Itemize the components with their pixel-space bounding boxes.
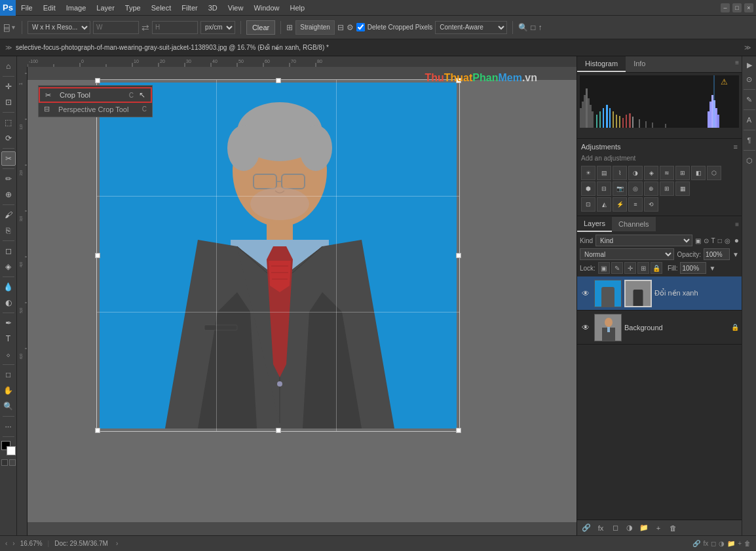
fx-icon-bottom[interactable]: fx [703,540,708,547]
move-tool[interactable]: ✛ [1,79,16,94]
menu-window[interactable]: Window [248,2,284,14]
layers-menu-icon[interactable]: ≡ [732,218,742,231]
pen-tool[interactable]: ✒ [1,316,16,330]
delete-cropped-checkbox[interactable] [356,23,365,31]
crop-handle-mr[interactable] [456,253,461,258]
filter-type-icon[interactable]: T [711,237,715,244]
hsl-adj-icon[interactable]: ≋ [660,166,674,180]
screen-mode-small-icon[interactable] [9,459,16,466]
width-input[interactable] [93,21,139,34]
type-tool[interactable]: T [1,332,16,346]
more-tools[interactable]: ··· [1,419,16,434]
replace-adj-icon[interactable]: ⟲ [644,197,658,212]
kind-select[interactable]: Kind [595,235,692,246]
histogram-tab[interactable]: Histogram [577,56,626,72]
swap-icon[interactable]: ⇄ [142,22,149,33]
lock-position-icon[interactable]: ✛ [624,262,636,274]
crop-handle-bc[interactable] [276,428,281,433]
channels-tab[interactable]: Channels [612,217,655,231]
close-btn[interactable]: × [744,3,753,12]
channelmix-adj-icon[interactable]: ⬢ [581,181,595,196]
menu-select[interactable]: Select [146,2,177,14]
menu-edit[interactable]: Edit [38,2,61,14]
add-mask-btn[interactable]: ◻ [609,522,622,534]
clear-button[interactable]: Clear [246,20,275,35]
settings-icon[interactable]: ⚙ [347,23,354,32]
trash-icon-bottom[interactable]: 🗑 [744,540,751,547]
height-input[interactable] [152,21,198,34]
layer-eye-2[interactable]: 👁 [580,322,592,333]
exposure-adj-icon[interactable]: ◑ [628,166,643,180]
colorbalance-adj-icon[interactable]: ⊞ [675,166,690,180]
menu-3d[interactable]: 3D [203,2,223,14]
marquee-tool[interactable]: ⬚ [1,115,16,130]
content-aware-select[interactable]: Content-Aware [435,21,507,34]
paragraph-icon[interactable]: ¶ [744,134,755,146]
add-style-btn[interactable]: fx [594,522,607,534]
histogram-menu-icon[interactable]: ≡ [732,56,742,72]
bw-adj-icon[interactable]: ◧ [691,166,706,180]
vibrance-adj-icon[interactable]: ◈ [644,166,658,180]
gradient-tool[interactable]: ◈ [1,259,16,274]
filter-pixel-icon[interactable]: ▣ [695,237,701,244]
gradient-adj-icon[interactable]: ▦ [675,181,690,196]
menu-filter[interactable]: Filter [176,2,202,14]
lock-all-icon[interactable]: 🔒 [651,262,662,274]
info-tab[interactable]: Info [626,56,653,72]
left-expand-icon[interactable]: ≫ [5,44,12,51]
brightness-adj-icon[interactable]: ☀ [581,166,595,180]
shape-tool[interactable]: □ [1,368,16,382]
hdr-adj-icon[interactable]: ⚡ [613,197,627,212]
opacity-input[interactable] [704,248,730,260]
posterize-adj-icon[interactable]: ⊕ [644,181,658,196]
lock-transparency-icon[interactable]: ▣ [598,262,610,274]
blendmode-select[interactable]: Normal [580,248,674,260]
eraser-tool[interactable]: ◻ [1,244,16,258]
new-adj-icon-bottom[interactable]: ◑ [719,540,725,547]
fill-input[interactable] [680,262,706,274]
threshold-adj-icon[interactable]: ⊞ [660,181,674,196]
new-layer-icon-bottom[interactable]: + [738,540,742,547]
new-layer-btn[interactable]: + [652,522,665,534]
lock-pixels-icon[interactable]: ✎ [611,262,623,274]
invert-adj-icon[interactable]: ◎ [628,181,643,196]
delete-layer-btn[interactable]: 🗑 [666,522,679,534]
canvas-viewport[interactable]: ThuThuatPhanMem.vn [28,67,576,535]
menu-view[interactable]: View [223,2,249,14]
opacity-arrow[interactable]: ▼ [732,251,739,258]
link-icon-bottom[interactable]: 🔗 [692,540,700,547]
home-tool[interactable]: ⌂ [1,59,16,73]
ratio-select[interactable]: W x H x Reso... [28,21,90,34]
mask-icon-bottom[interactable]: ◻ [711,540,716,547]
shadow-adj-icon[interactable]: ◭ [597,197,611,212]
filter-smart-icon[interactable]: ◎ [725,237,730,244]
photofilter-adj-icon[interactable]: ⬡ [707,166,721,180]
curves-adj-icon[interactable]: ⌇ [613,166,627,180]
lock-artboard-icon[interactable]: ⊞ [637,262,649,274]
brush-tool[interactable]: 🖌 [1,208,16,222]
document-tab[interactable]: selective-focus-photograph-of-man-wearin… [16,44,329,51]
foreground-color[interactable] [1,441,16,455]
perspective-crop-tool-item[interactable]: ⊟ Perspective Crop Tool C [39,103,152,115]
layer-item-1[interactable]: 👁 Đổi nền xanh [577,276,742,311]
scroll-left-btn[interactable]: ‹ [5,540,7,547]
match-adj-icon[interactable]: ≡ [628,197,643,212]
blur-tool[interactable]: 💧 [1,280,16,294]
adjustments-menu-icon[interactable]: ≡ [734,143,738,151]
crop-handle-bl[interactable] [95,428,100,433]
menu-type[interactable]: Type [120,2,146,14]
unit-select[interactable]: px/cm [200,21,235,34]
filter-toggle-icon[interactable]: ● [734,236,739,245]
3d-side-icon[interactable]: ⬡ [744,155,755,166]
crop-handle-br[interactable] [456,428,461,433]
pencil-edit-icon[interactable]: ✎ [744,94,755,105]
menu-help[interactable]: Help [285,2,311,14]
crop-tool-item[interactable]: ✂ Crop Tool C ↖ [39,87,152,103]
layer-item-2[interactable]: 👁 Background 🔒 [577,311,742,345]
minimize-btn[interactable]: – [721,3,730,12]
straighten-button[interactable]: Straighten [295,20,335,35]
maximize-btn[interactable]: □ [732,3,742,12]
quick-mask-icon[interactable] [1,459,8,466]
clone-tool[interactable]: ⎘ [1,223,16,238]
folder-icon-bottom[interactable]: 📁 [727,540,735,547]
